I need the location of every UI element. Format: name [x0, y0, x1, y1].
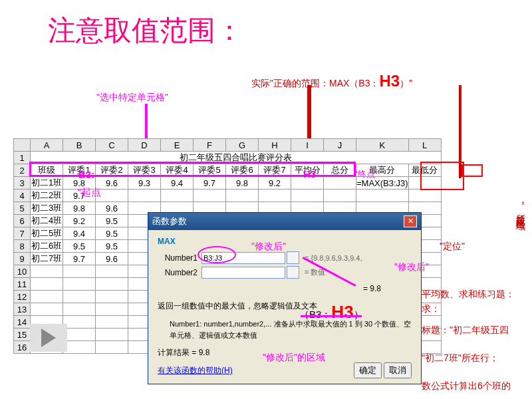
anno-start: "起点	[78, 186, 101, 198]
number2-input[interactable]	[201, 267, 285, 279]
func-desc2: Number1: number1,number2,... 准备从中求取最大值的 …	[170, 319, 412, 340]
red-box-l	[462, 164, 483, 177]
red-box-k	[420, 162, 464, 190]
side2: 求：	[422, 303, 440, 315]
side3: 标题："初二年级五四	[422, 325, 509, 336]
close-icon[interactable]: ✕	[404, 215, 417, 227]
ref-icon[interactable]	[287, 251, 299, 264]
anno-h3: H3	[303, 168, 316, 180]
play-button[interactable]	[30, 324, 67, 352]
anno-b3h3: （B3：H3）	[299, 302, 364, 323]
help-link[interactable]: 有关该函数的帮助(H)	[158, 365, 233, 376]
ok-button[interactable]: 确定	[354, 362, 382, 378]
side4: "初二7班"所在行；	[422, 352, 499, 364]
side5: 数公式计算出6个班的	[422, 380, 511, 392]
cancel-button[interactable]: 取消	[384, 362, 412, 378]
anno-select: "选中特定单元格"	[96, 92, 168, 104]
col-headers: ABCDEFGHIJKL	[14, 139, 442, 152]
anno-suogei: "所给单元格区域"	[515, 201, 527, 220]
side1: 平均数、求和练习题：	[422, 289, 515, 301]
func-desc: 返回一组数值中的最大值，忽略逻辑值及文本	[158, 300, 412, 312]
number1-label: Number1	[158, 253, 198, 263]
anno-xgb1: "修改后"	[251, 241, 286, 253]
result-preview: = 9.8	[158, 284, 381, 293]
anno-b3: B3:	[78, 169, 94, 180]
anno-actual: 实际"正确的范围：MAX（B3：H3）"	[251, 72, 412, 90]
anno-xgb-area: "修改后"的区域	[263, 352, 325, 364]
page-title: 注意取值范围：	[48, 12, 243, 49]
circle-number1	[198, 246, 236, 263]
dialog-titlebar[interactable]: 函数参数 ✕	[148, 213, 421, 230]
play-icon	[41, 329, 56, 347]
anno-xgb2: "修改后"	[394, 261, 429, 273]
number2-label: Number2	[158, 268, 198, 277]
anno-end: "终点"	[354, 168, 378, 180]
ref-icon[interactable]	[287, 266, 299, 279]
underline	[301, 315, 362, 317]
anno-locate: "定位"	[440, 241, 465, 253]
